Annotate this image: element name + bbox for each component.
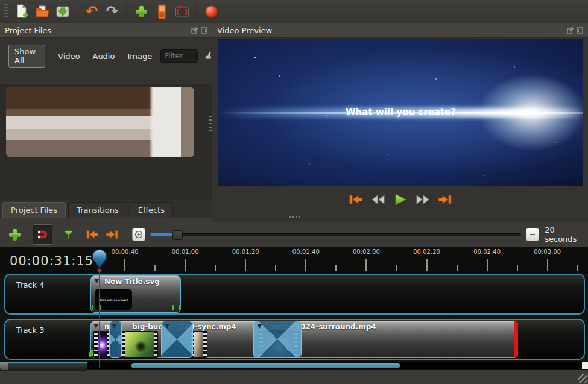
ruler-tick-major xyxy=(365,259,367,271)
export-video-button[interactable] xyxy=(173,2,191,20)
tab-transitions[interactable]: Transitions xyxy=(68,202,127,218)
zoom-out-icon xyxy=(528,230,537,239)
window-resize-grip[interactable] xyxy=(578,374,587,383)
keyframe-marker xyxy=(89,352,91,357)
audio-filter-button[interactable]: Audio xyxy=(92,52,115,61)
magnet-icon xyxy=(36,228,49,241)
fast-forward-button[interactable] xyxy=(414,192,431,207)
ruler-tick-minor xyxy=(275,265,276,271)
float-panel-icon[interactable] xyxy=(567,27,574,34)
timeline-jump-start-button[interactable] xyxy=(83,225,101,244)
show-all-button[interactable]: Show All xyxy=(8,45,45,68)
razor-icon xyxy=(63,229,74,241)
ruler-tick-major xyxy=(547,259,548,271)
new-project-button[interactable] xyxy=(13,2,31,20)
record-button[interactable] xyxy=(202,2,220,20)
fast-forward-icon xyxy=(415,194,431,205)
transition-2[interactable]: ▼ xyxy=(161,321,193,358)
filter-input[interactable] xyxy=(160,49,198,63)
horizontal-splitter-handle[interactable] xyxy=(289,216,302,218)
zoom-in-button[interactable] xyxy=(132,228,145,241)
filter-row: Show All Video Audio Image xyxy=(0,38,212,71)
rewind-button[interactable] xyxy=(370,192,387,207)
clear-filter-broom-icon[interactable] xyxy=(203,50,212,62)
ruler-tick-minor xyxy=(154,265,156,271)
toolbar-separator xyxy=(126,4,127,19)
play-button[interactable] xyxy=(392,192,409,207)
ruler-tick-major xyxy=(185,259,186,271)
timeline-scrollbar-row xyxy=(0,362,588,370)
jump-to-end-icon xyxy=(105,229,119,240)
project-files-titlebar: Project Files xyxy=(0,23,212,38)
track-name: Track 4 xyxy=(16,280,44,289)
clip-trim-end-marker[interactable] xyxy=(514,321,518,358)
clip-new-title[interactable]: ▼ New Title.svg What will you create? xyxy=(90,275,181,313)
timeline-ruler[interactable]: 00:00:31:15 00:00:4000:01:0000:01:2000:0… xyxy=(0,247,588,274)
stars-decoration xyxy=(254,57,256,58)
panel-splitter-handle[interactable] xyxy=(209,116,212,131)
track-name: Track 3 xyxy=(16,326,44,335)
ruler-tick-minor xyxy=(517,265,518,271)
video-filter-button[interactable]: Video xyxy=(58,52,80,61)
project-files-panel: Project Files Show All Video Audio Image xyxy=(0,23,212,218)
timeline-zoom-slider[interactable] xyxy=(150,230,521,239)
save-icon xyxy=(55,5,70,19)
add-track-button[interactable] xyxy=(6,225,24,244)
ruler-label: 00:02:40 xyxy=(473,248,501,255)
play-icon xyxy=(393,193,408,206)
timeline-jump-end-button[interactable] xyxy=(104,225,121,244)
playhead-line xyxy=(99,270,100,368)
razor-tool-button[interactable] xyxy=(60,225,77,244)
scrollbar-left-cap xyxy=(0,362,8,370)
transition-3[interactable]: ▼ xyxy=(253,321,302,358)
playhead-marker[interactable] xyxy=(92,249,107,276)
tab-project-files[interactable]: Project Files xyxy=(2,202,66,218)
close-panel-icon[interactable] xyxy=(201,27,207,34)
jump-to-start-button[interactable] xyxy=(347,192,364,207)
image-thumbnail xyxy=(134,107,191,145)
ruler-label: 00:01:40 xyxy=(292,248,320,255)
open-project-button[interactable] xyxy=(33,2,51,20)
title-button[interactable] xyxy=(153,2,171,20)
file-item-photo[interactable]: 100_0684.... xyxy=(131,106,194,157)
close-panel-icon[interactable] xyxy=(577,27,583,34)
track-4[interactable]: Track 4 ▼ New Title.svg What will you cr… xyxy=(4,274,585,315)
toolbar-separator xyxy=(77,4,78,19)
tab-effects[interactable]: Effects xyxy=(130,202,173,218)
zoom-out-button[interactable] xyxy=(526,228,539,241)
clip-label: New Title.svg xyxy=(104,277,160,286)
ruler-label: 00:00:40 xyxy=(112,248,139,255)
redo-button[interactable]: ↷ xyxy=(103,2,121,20)
slider-handle[interactable] xyxy=(172,230,183,240)
undo-button[interactable]: ↶ xyxy=(83,2,101,20)
keyframe-marker xyxy=(91,350,93,356)
transition-chevron-icon[interactable]: ▼ xyxy=(165,322,169,330)
snap-toggle-button[interactable] xyxy=(33,224,52,245)
scrollbar-thumb[interactable] xyxy=(131,363,400,368)
files-area: massive_w... 720-sync.... sintel-10... b… xyxy=(0,84,212,200)
float-panel-icon[interactable] xyxy=(191,27,198,34)
image-filter-button[interactable]: Image xyxy=(127,52,152,61)
transition-chevron-icon[interactable]: ▼ xyxy=(112,322,116,330)
scrollbar-corner xyxy=(582,362,588,369)
zoom-scale-label: 20 seconds xyxy=(545,225,588,244)
toolbar-grip-handle[interactable] xyxy=(4,4,8,19)
import-files-button[interactable] xyxy=(132,2,150,20)
plus-icon xyxy=(9,229,21,241)
ruler-tick-minor xyxy=(457,265,458,271)
transition-1[interactable]: ▼ xyxy=(109,321,122,358)
clip-menu-chevron-icon[interactable]: ▼ xyxy=(93,322,98,330)
track-3[interactable]: Track 3 ▼ m big-buck- 720-sync.mp4 sinte… xyxy=(4,319,585,360)
playhead-timestamp: 00:00:31:15 xyxy=(10,254,93,268)
clip-big-buck[interactable]: big-buck- xyxy=(118,321,166,358)
ruler-tick-major xyxy=(124,259,125,271)
record-icon xyxy=(206,6,217,17)
jump-to-end-button[interactable] xyxy=(437,192,454,207)
ruler-label: 00:02:00 xyxy=(353,248,380,255)
ruler-label: 00:01:20 xyxy=(232,248,259,255)
slider-groove[interactable] xyxy=(150,233,521,236)
save-project-button[interactable] xyxy=(54,2,72,20)
ruler-tick-major xyxy=(245,259,246,271)
transition-chevron-icon[interactable]: ▼ xyxy=(257,322,262,330)
jump-to-start-icon xyxy=(85,229,100,240)
